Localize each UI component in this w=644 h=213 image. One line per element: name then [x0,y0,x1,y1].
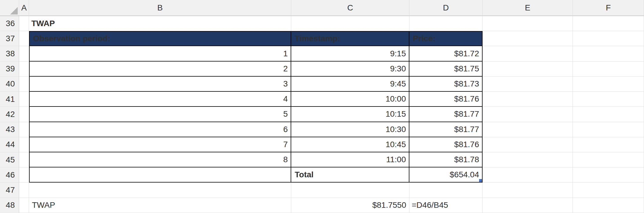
row-header-40[interactable]: 40 [0,77,19,92]
cell-c44-timestamp[interactable]: 10:45 [291,137,409,152]
cell-b44-period[interactable]: 7 [29,137,291,152]
cell-b43-period[interactable]: 6 [29,122,291,137]
cell-c40-timestamp[interactable]: 9:45 [291,77,409,92]
row-header-41[interactable]: 41 [0,92,19,107]
cell-b45-period[interactable]: 8 [29,152,291,167]
table-header-observation[interactable]: Observation period: [29,31,291,46]
cell-f44[interactable] [573,137,644,152]
cell-e40[interactable] [483,77,573,92]
fill-handle[interactable] [478,178,483,183]
cell-f38[interactable] [573,46,644,61]
cell-a47[interactable] [19,183,29,198]
cell-f39[interactable] [573,62,644,77]
cell-a41[interactable] [19,92,29,107]
col-header-e[interactable]: E [483,0,573,16]
cell-d41-price[interactable]: $81.76 [409,92,483,107]
cell-d40-price[interactable]: $81.73 [409,77,483,92]
cell-d39-price[interactable]: $81.75 [409,62,483,77]
cell-e38[interactable] [483,46,573,61]
cell-a42[interactable] [19,107,29,122]
cell-a39[interactable] [19,62,29,77]
cell-d45-price[interactable]: $81.78 [409,152,483,167]
col-header-a[interactable]: A [19,0,29,16]
cell-f36[interactable] [573,16,644,31]
cell-b41-period[interactable]: 4 [29,92,291,107]
cell-d44-price[interactable]: $81.76 [409,137,483,152]
row-header-47[interactable]: 47 [0,183,19,198]
cell-b42-period[interactable]: 5 [29,107,291,122]
cell-b39-period[interactable]: 2 [29,62,291,77]
cell-c43-timestamp[interactable]: 10:30 [291,122,409,137]
cell-f43[interactable] [573,122,644,137]
cell-e44[interactable] [483,137,573,152]
row-header-46[interactable]: 46 [0,167,19,183]
cell-b47[interactable] [29,183,291,198]
row-header-43[interactable]: 43 [0,122,19,137]
cell-c41-timestamp[interactable]: 10:00 [291,92,409,107]
twap-value-cell[interactable]: $81.7550 [291,198,409,213]
cell-f47[interactable] [573,183,644,198]
cell-a44[interactable] [19,137,29,152]
cell-f37[interactable] [573,31,644,46]
cell-e37[interactable] [483,31,573,46]
row-header-45[interactable]: 45 [0,152,19,167]
cell-d47[interactable] [409,183,483,198]
cell-f45[interactable] [573,152,644,167]
row-header-39[interactable]: 39 [0,62,19,77]
cell-a45[interactable] [19,152,29,167]
total-value: $654.04 [450,170,479,179]
cell-e39[interactable] [483,62,573,77]
cell-d43-price[interactable]: $81.77 [409,122,483,137]
select-all-corner[interactable] [0,0,19,16]
table-header-price[interactable]: Price: [409,31,483,46]
cell-b46[interactable] [29,167,291,183]
cell-f46[interactable] [573,167,644,183]
cell-b40-period[interactable]: 3 [29,77,291,92]
sheet-title-cell[interactable]: TWAP [29,16,291,31]
cell-d42-price[interactable]: $81.77 [409,107,483,122]
cell-a46[interactable] [19,167,29,183]
cell-a37[interactable] [19,31,29,46]
col-header-d[interactable]: D [409,0,483,16]
cell-e41[interactable] [483,92,573,107]
row-header-38[interactable]: 38 [0,46,19,61]
total-label-cell[interactable]: Total [291,167,409,183]
cell-e45[interactable] [483,152,573,167]
cell-a48[interactable] [19,198,29,213]
cell-a38[interactable] [19,46,29,61]
cell-c39-timestamp[interactable]: 9:30 [291,62,409,77]
cell-e43[interactable] [483,122,573,137]
cell-f42[interactable] [573,107,644,122]
cell-c47[interactable] [291,183,409,198]
cell-c36[interactable] [291,16,409,31]
cell-f48[interactable] [573,198,644,213]
table-header-timestamp[interactable]: Timestamp: [291,31,409,46]
cell-f41[interactable] [573,92,644,107]
cell-a36[interactable] [19,16,29,31]
cell-f40[interactable] [573,77,644,92]
row-header-36[interactable]: 36 [0,16,19,31]
cell-d38-price[interactable]: $81.72 [409,46,483,61]
col-header-b[interactable]: B [29,0,291,16]
cell-a43[interactable] [19,122,29,137]
cell-e46[interactable] [483,167,573,183]
cell-c38-timestamp[interactable]: 9:15 [291,46,409,61]
row-header-37[interactable]: 37 [0,31,19,46]
cell-c42-timestamp[interactable]: 10:15 [291,107,409,122]
row-header-48[interactable]: 48 [0,198,19,213]
cell-e36[interactable] [483,16,573,31]
cell-e42[interactable] [483,107,573,122]
col-header-f[interactable]: F [573,0,644,16]
cell-e47[interactable] [483,183,573,198]
row-header-42[interactable]: 42 [0,107,19,122]
cell-c45-timestamp[interactable]: 11:00 [291,152,409,167]
twap-label-cell[interactable]: TWAP [29,198,291,213]
cell-a40[interactable] [19,77,29,92]
col-header-c[interactable]: C [291,0,409,16]
row-header-44[interactable]: 44 [0,137,19,152]
twap-formula-cell[interactable]: =D46/B45 [409,198,483,213]
total-value-cell[interactable]: $654.04 [409,167,483,183]
cell-d36[interactable] [409,16,483,31]
cell-b38-period[interactable]: 1 [29,46,291,61]
cell-e48[interactable] [483,198,573,213]
